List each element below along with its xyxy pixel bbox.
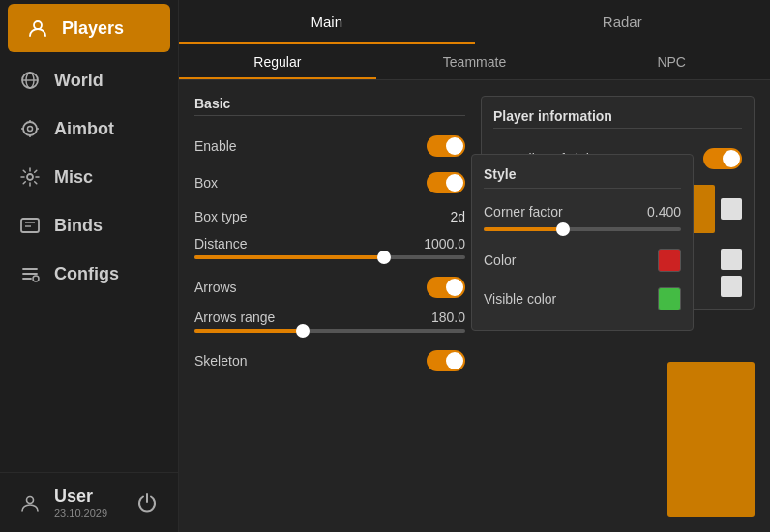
user-info: User 23.10.2029 — [54, 487, 122, 518]
arrows-range-fill — [194, 329, 303, 333]
arrows-row: Arrows — [194, 269, 465, 306]
arrows-label: Arrows — [194, 280, 237, 295]
tab-regular[interactable]: Regular — [179, 44, 376, 79]
skeleton-label: Skeleton — [194, 353, 247, 369]
misc-icon — [17, 164, 43, 190]
tab-teammate[interactable]: Teammate — [376, 44, 574, 79]
configs-icon — [17, 261, 43, 286]
corner-factor-fill — [484, 227, 563, 231]
tab-radar[interactable]: Radar — [475, 0, 771, 44]
sidebar-label-configs: Configs — [54, 264, 119, 284]
player-info-box: Player information Draw line of sight Sh… — [481, 96, 755, 310]
user-name: User — [54, 487, 122, 507]
color-label: Color — [484, 252, 516, 268]
sub-tabs: Regular Teammate NPC — [179, 44, 770, 80]
box-type-value: 2d — [450, 209, 465, 224]
basic-panel: Basic Enable Box Box type 2d Distance 10 — [194, 96, 465, 517]
visible-color-label: Visible color — [484, 291, 556, 307]
distance-label: Distance — [194, 236, 247, 251]
skeleton-toggle[interactable] — [427, 350, 465, 371]
enable-label: Enable — [194, 138, 237, 154]
distance-thumb[interactable] — [377, 251, 391, 264]
sidebar-label-misc: Misc — [54, 167, 93, 188]
sidebar: Players World Aimbot — [0, 0, 179, 532]
corner-factor-track[interactable] — [484, 227, 681, 231]
distance-track[interactable] — [194, 255, 465, 259]
corner-factor-value: 0.400 — [647, 204, 681, 220]
tab-main[interactable]: Main — [179, 0, 475, 44]
svg-point-15 — [27, 496, 34, 503]
corner-factor-thumb[interactable] — [556, 222, 570, 236]
svg-point-10 — [27, 174, 33, 180]
orange-decoration — [667, 362, 755, 517]
box-row: Box — [194, 164, 465, 201]
player-info-title: Player information — [493, 108, 742, 129]
arrows-range-track[interactable] — [194, 329, 465, 333]
arrows-toggle[interactable] — [427, 277, 465, 298]
color-row: Color — [484, 241, 681, 280]
distance-fill — [194, 255, 384, 259]
arrows-range-slider-row: Arrows range 180.0 — [194, 306, 465, 342]
top-tabs: Main Radar — [179, 0, 770, 44]
arrows-range-label: Arrows range — [194, 310, 275, 325]
visible-color-swatch[interactable] — [658, 287, 681, 310]
enable-toggle[interactable] — [427, 135, 465, 157]
sidebar-label-world: World — [54, 71, 104, 91]
sidebar-item-binds[interactable]: Binds — [0, 201, 178, 250]
user-date: 23.10.2029 — [54, 507, 122, 518]
svg-rect-11 — [21, 219, 39, 232]
sidebar-item-world[interactable]: World — [0, 56, 178, 104]
sidebar-item-configs[interactable]: Configs — [0, 250, 178, 298]
player-info-panel: Player information Draw line of sight Sh… — [481, 96, 755, 517]
svg-point-0 — [34, 21, 42, 29]
main-content: Main Radar Regular Teammate NPC Basic En… — [179, 0, 770, 532]
sidebar-item-aimbot[interactable]: Aimbot — [0, 104, 178, 153]
sidebar-label-players: Players — [62, 18, 124, 39]
box-toggle[interactable] — [427, 172, 465, 193]
color-swatch[interactable] — [658, 249, 681, 272]
tab-npc[interactable]: NPC — [573, 44, 770, 79]
show-name-toggle-sq[interactable] — [721, 198, 742, 220]
box-type-row: Box type 2d — [194, 201, 465, 232]
arrows-range-value: 180.0 — [431, 310, 465, 325]
distance-value: 1000.0 — [424, 236, 465, 251]
svg-point-14 — [33, 276, 39, 281]
basic-title: Basic — [194, 96, 465, 116]
sidebar-label-binds: Binds — [54, 216, 103, 236]
world-icon — [17, 68, 43, 93]
box-label: Box — [194, 175, 218, 191]
sidebar-item-misc[interactable]: Misc — [0, 153, 178, 201]
svg-point-4 — [23, 122, 37, 135]
power-button[interactable] — [133, 489, 161, 517]
deco-white-sq-1[interactable] — [721, 249, 742, 270]
draw-los-toggle[interactable] — [703, 148, 742, 169]
players-icon — [25, 15, 50, 41]
aimbot-icon — [17, 116, 43, 141]
distance-slider-row: Distance 1000.0 — [194, 232, 465, 269]
enable-row: Enable — [194, 128, 465, 164]
binds-icon — [17, 213, 43, 238]
style-title: Style — [484, 166, 681, 189]
svg-point-5 — [28, 127, 33, 132]
style-dropdown: Style Corner factor 0.400 Col — [471, 154, 694, 331]
sidebar-label-aimbot: Aimbot — [54, 119, 114, 139]
sidebar-bottom: User 23.10.2029 — [0, 472, 178, 532]
deco-white-sq-2[interactable] — [721, 276, 742, 297]
visible-color-row: Visible color — [484, 280, 681, 318]
arrows-range-thumb[interactable] — [296, 324, 310, 338]
skeleton-row: Skeleton — [194, 342, 465, 379]
settings-area: Basic Enable Box Box type 2d Distance 10 — [179, 80, 770, 532]
user-avatar-icon — [17, 490, 43, 516]
sidebar-item-players[interactable]: Players — [8, 4, 170, 52]
box-type-label: Box type — [194, 209, 247, 224]
corner-factor-label: Corner factor — [484, 204, 563, 220]
